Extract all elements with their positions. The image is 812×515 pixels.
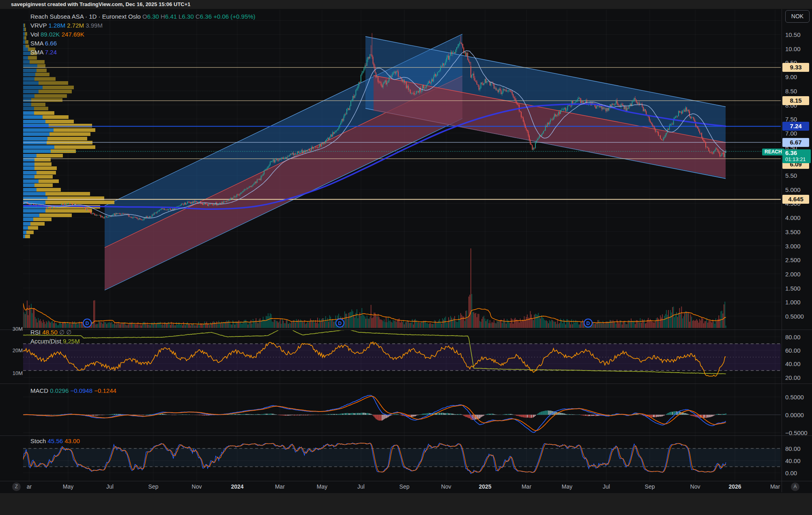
open-label: O: [142, 13, 147, 20]
macd-axis-tick: 0.0000: [785, 412, 804, 418]
close-value: 6.36: [200, 13, 212, 20]
time-tick: Mar: [522, 483, 531, 490]
vrvp-value-1: 1.28M: [48, 22, 65, 29]
svg-text:D: D: [338, 321, 342, 326]
macd-signal-value: −0.1244: [94, 387, 116, 394]
time-tick: Sep: [148, 483, 159, 490]
legend: Reach Subsea ASA · 1D · Euronext Oslo O6…: [30, 12, 256, 57]
accum-dist-header: Accum/Dist 9.25M: [30, 338, 80, 345]
low-value: 6.30: [182, 13, 194, 20]
stoch-label[interactable]: Stoch: [30, 437, 46, 444]
rsi-axis-tick: 20.00: [785, 374, 801, 381]
time-tick: Mar: [275, 483, 285, 490]
left-axis-tick: 20M: [0, 347, 23, 353]
time-tick: Mar: [770, 483, 780, 490]
left-axis-tick: 10M: [0, 370, 23, 376]
rsi-axis-tick: 60.00: [785, 347, 801, 354]
symbol-title[interactable]: Reach Subsea ASA · 1D · Euronext Oslo: [30, 13, 141, 20]
time-tick: Jul: [603, 483, 610, 490]
price-badge: 6.67: [782, 138, 809, 147]
price-tick: 8.50: [785, 87, 797, 94]
symbol-row: Reach Subsea ASA · 1D · Euronext Oslo O6…: [30, 12, 256, 21]
accum-dist-label[interactable]: Accum/Dist: [30, 338, 61, 345]
macd-hist-value: 0.0296: [50, 387, 69, 394]
dividend-marker[interactable]: D: [336, 319, 344, 327]
sma1-row: SMA 6.66: [30, 39, 256, 48]
dividend-marker[interactable]: D: [83, 319, 91, 327]
svg-text:D: D: [586, 321, 590, 326]
high-label: H: [161, 13, 165, 20]
price-tick: 10.00: [785, 45, 801, 52]
macd-axis-tick: −0.5000: [785, 429, 808, 436]
close-label: C: [195, 13, 200, 20]
change-value: +0.06 (+0.95%): [213, 13, 255, 20]
sma2-label[interactable]: SMA: [30, 49, 43, 56]
time-tick: Sep: [400, 483, 410, 490]
stoch-pane[interactable]: [23, 443, 781, 474]
rsi-pane[interactable]: [23, 328, 781, 376]
main-pane[interactable]: DDD: [23, 24, 782, 328]
rsi-axis-tick: 40.00: [785, 360, 801, 367]
price-tick: 5.000: [785, 186, 801, 193]
left-axis-tick: 30M: [0, 326, 23, 332]
macd-axis-tick: 0.5000: [785, 394, 804, 401]
stoch-axis-tick: 80.00: [785, 445, 801, 452]
vrvp-value-3: 3.99M: [86, 22, 103, 29]
price-tick: 10.50: [785, 31, 801, 38]
price-badge: 7.24: [782, 122, 809, 131]
currency-button[interactable]: NOK: [785, 10, 810, 23]
rsi-pane-header: RSI 48.50 ∅ ∅: [30, 329, 71, 336]
vrvp-label[interactable]: VRVP: [30, 22, 47, 29]
price-tick: 1.000: [785, 299, 801, 306]
rsi-label[interactable]: RSI: [30, 329, 41, 336]
time-tick: Nov: [441, 483, 451, 490]
price-badge: 8.15: [782, 96, 809, 105]
footer-bar: TradingView: [0, 493, 812, 515]
volume-label[interactable]: Vol: [30, 31, 39, 38]
macd-pane[interactable]: [23, 395, 781, 432]
time-tick: May: [562, 483, 572, 490]
price-line-symbol-tag: REACH: [762, 149, 784, 155]
sma1-label[interactable]: SMA: [30, 40, 43, 47]
dividend-marker[interactable]: D: [584, 319, 592, 327]
time-tick: ar: [27, 483, 32, 490]
sma1-value: 6.66: [45, 40, 57, 47]
volume-value: 89.02K: [41, 31, 60, 38]
bar-countdown: 01:13:21: [785, 156, 811, 162]
current-price-label: 6.36 01:13:21: [782, 149, 811, 163]
high-value: 6.41: [165, 13, 177, 20]
time-tick: May: [317, 483, 327, 490]
price-tick: 9.00: [785, 73, 797, 80]
zoom-reset-button[interactable]: Z: [12, 483, 21, 491]
price-tick: 5.50: [785, 172, 797, 179]
price-tick: 1.500: [785, 284, 801, 291]
macd-pane-header: MACD 0.0296 −0.0948 −0.1244: [30, 387, 116, 394]
vrvp-value-2: 2.72M: [67, 22, 84, 29]
time-tick: May: [63, 483, 73, 490]
macd-line: [23, 395, 726, 432]
rsi-empty-2: ∅: [66, 329, 71, 336]
time-tick: Jul: [106, 483, 114, 490]
macd-line-value: −0.0948: [70, 387, 92, 394]
stoch-d-value: 43.00: [64, 437, 80, 444]
price-tick: 2.500: [785, 256, 801, 263]
sma2-row: SMA 7.24: [30, 48, 256, 57]
auto-scale-button[interactable]: A: [791, 483, 799, 491]
sma2-value: 7.24: [45, 49, 57, 56]
stoch-axis-tick: 0.00: [785, 470, 797, 476]
accum-dist-value: 9.25M: [63, 338, 80, 345]
price-tick: 3.000: [785, 242, 801, 249]
time-tick: Jul: [357, 483, 365, 490]
volume-ma-value: 247.69K: [62, 31, 84, 38]
macd-signal-line: [23, 396, 726, 431]
rsi-value: 48.50: [42, 329, 58, 336]
stoch-pane-header: Stoch 45.56 43.00: [30, 437, 80, 444]
macd-label[interactable]: MACD: [30, 387, 48, 394]
vrvp-row: VRVP 1.28M 2.72M 3.99M: [30, 21, 256, 30]
price-badge: 4.645: [782, 195, 809, 204]
time-tick: 2025: [479, 483, 491, 490]
price-chart-canvas[interactable]: DDD: [0, 0, 812, 515]
price-tick: 4.000: [785, 214, 801, 221]
price-badge: 9.33: [782, 63, 809, 72]
price-tick: 0.5000: [785, 313, 804, 320]
